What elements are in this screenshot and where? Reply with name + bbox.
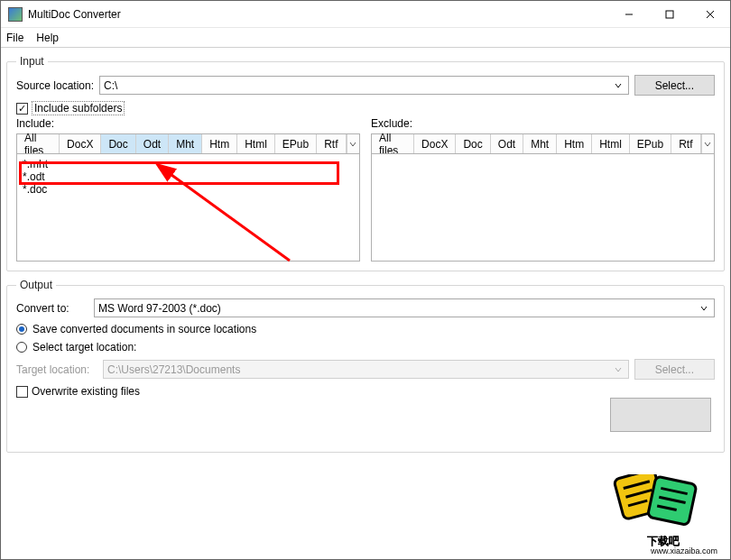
overwrite-label: Overwrite existing files bbox=[32, 385, 140, 398]
title-bar: MultiDoc Converter bbox=[1, 1, 730, 28]
include-tab-odt[interactable]: Odt bbox=[136, 134, 169, 153]
window-controls bbox=[608, 1, 730, 27]
include-tab-html[interactable]: Html bbox=[237, 134, 275, 153]
radio-icon bbox=[16, 324, 27, 335]
target-location-value: C:\Users\27213\Documents bbox=[107, 363, 240, 376]
exclude-tab-doc[interactable]: Doc bbox=[456, 134, 490, 153]
exclude-tab-mht[interactable]: Mht bbox=[523, 134, 557, 153]
exclude-tab-html[interactable]: Html bbox=[592, 134, 630, 153]
svg-text:下载吧: 下载吧 bbox=[646, 535, 680, 547]
include-tab-rtf[interactable]: Rtf bbox=[317, 134, 346, 153]
menu-help[interactable]: Help bbox=[36, 32, 59, 44]
radio-source-label: Save converted documents in source locat… bbox=[32, 323, 256, 335]
include-label: Include: bbox=[16, 117, 360, 130]
include-tab-htm[interactable]: Htm bbox=[202, 134, 237, 153]
radio-source-locations[interactable]: Save converted documents in source locat… bbox=[16, 323, 715, 335]
exclude-listbox[interactable] bbox=[371, 153, 715, 262]
exclude-tab-rtf[interactable]: Rtf bbox=[671, 134, 700, 153]
exclude-label: Exclude: bbox=[371, 117, 715, 130]
include-tab-epub[interactable]: EPub bbox=[275, 134, 317, 153]
output-group: Output Convert to: MS Word 97-2003 (*.do… bbox=[6, 279, 725, 453]
target-location-combo: C:\Users\27213\Documents bbox=[103, 360, 629, 379]
output-legend: Output bbox=[16, 279, 56, 291]
window-title: MultiDoc Converter bbox=[28, 8, 121, 21]
exclude-tab-more[interactable] bbox=[701, 134, 714, 153]
svg-rect-1 bbox=[666, 11, 673, 18]
exclude-tab-allfiles[interactable]: All files bbox=[372, 134, 414, 153]
include-tab-allfiles[interactable]: All files bbox=[17, 134, 60, 153]
logo-illustration-icon: 下载吧 下载吧 bbox=[600, 474, 726, 557]
radio-icon bbox=[16, 342, 27, 353]
convert-button[interactable] bbox=[610, 398, 711, 432]
overwrite-checkbox[interactable]: Overwrite existing files bbox=[16, 385, 715, 398]
minimize-button[interactable] bbox=[608, 1, 649, 27]
exclude-tab-htm[interactable]: Htm bbox=[557, 134, 592, 153]
include-subfolders-label: Include subfolders bbox=[32, 101, 125, 115]
include-subfolders-checkbox[interactable]: Include subfolders bbox=[16, 101, 715, 115]
exclude-tab-odt[interactable]: Odt bbox=[491, 134, 523, 153]
include-tab-mht[interactable]: Mht bbox=[169, 134, 202, 153]
source-location-value: C:\ bbox=[104, 79, 117, 92]
include-tab-more[interactable] bbox=[347, 134, 359, 153]
checkbox-icon bbox=[16, 386, 28, 398]
input-group: Input Source location: C:\ Select... Inc… bbox=[6, 55, 725, 271]
maximize-button[interactable] bbox=[649, 1, 689, 27]
exclude-column: Exclude: All files DocX Doc Odt Mht Htm … bbox=[371, 117, 715, 262]
convert-to-value: MS Word 97-2003 (*.doc) bbox=[98, 302, 221, 315]
source-select-button[interactable]: Select... bbox=[634, 75, 715, 96]
radio-target-label: Select target location: bbox=[32, 341, 136, 353]
menu-bar: File Help bbox=[1, 28, 730, 48]
radio-target-location[interactable]: Select target location: bbox=[16, 341, 715, 353]
source-location-combo[interactable]: C:\ bbox=[99, 76, 629, 95]
include-tabstrip: All files DocX Doc Odt Mht Htm Html EPub… bbox=[16, 133, 360, 153]
convert-to-label: Convert to: bbox=[16, 302, 88, 315]
convert-to-combo[interactable]: MS Word 97-2003 (*.doc) bbox=[94, 298, 715, 317]
target-location-label: Target location: bbox=[16, 363, 97, 376]
app-icon bbox=[8, 7, 23, 22]
include-column: Include: All files DocX Doc Odt Mht Htm … bbox=[16, 117, 360, 262]
exclude-tab-epub[interactable]: EPub bbox=[630, 134, 671, 153]
include-tab-docx[interactable]: DocX bbox=[60, 134, 101, 153]
chevron-down-icon bbox=[615, 363, 626, 375]
menu-file[interactable]: File bbox=[6, 32, 23, 44]
include-tab-doc[interactable]: Doc bbox=[101, 134, 135, 153]
chevron-down-icon bbox=[700, 302, 712, 314]
input-legend: Input bbox=[16, 55, 48, 68]
exclude-tab-docx[interactable]: DocX bbox=[414, 134, 456, 153]
chevron-down-icon bbox=[615, 79, 626, 91]
exclude-tabstrip: All files DocX Doc Odt Mht Htm Html EPub… bbox=[371, 133, 715, 153]
watermark-text: www.xiazaiba.com bbox=[651, 546, 717, 555]
close-button[interactable] bbox=[689, 1, 730, 27]
target-select-button: Select... bbox=[634, 359, 715, 380]
source-location-label: Source location: bbox=[16, 79, 94, 92]
include-listbox[interactable]: *.mht *.odt *.doc bbox=[16, 153, 360, 262]
checkbox-icon bbox=[16, 103, 28, 115]
